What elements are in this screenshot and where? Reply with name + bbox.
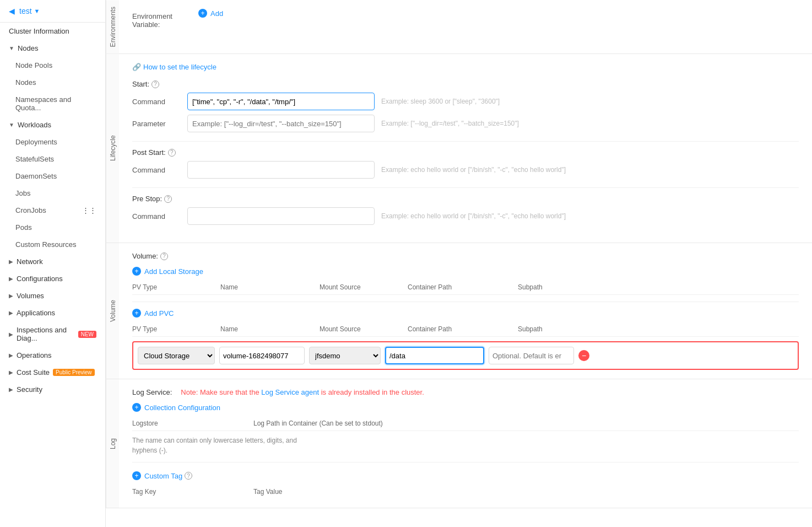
add-environment-button[interactable]: + Add bbox=[198, 9, 799, 18]
log-note-prefix: Note: Make sure that the bbox=[181, 388, 261, 396]
pv-type-select[interactable]: Cloud Storage NFS HostPath EmptyDir bbox=[138, 347, 215, 364]
pvc-name-input[interactable] bbox=[219, 347, 305, 364]
mount-source-select[interactable]: jfsdemo bbox=[309, 347, 381, 364]
main-area: Environments Environment Variable: + Add bbox=[106, 0, 812, 527]
custom-tag-button[interactable]: + Custom Tag bbox=[132, 471, 182, 480]
tag-col-key: Tag Key bbox=[132, 488, 253, 496]
subpath-input[interactable] bbox=[489, 347, 574, 364]
sidebar-item-label: Operations bbox=[17, 351, 52, 359]
pre-stop-command-row: Command Example: echo hello world or ["/… bbox=[132, 207, 799, 225]
sidebar-item-statefulsets[interactable]: StatefulSets bbox=[0, 150, 105, 168]
sidebar-item-daemonsets[interactable]: DaemonSets bbox=[0, 168, 105, 185]
sidebar-item-cronjobs[interactable]: CronJobs ⋮⋮ bbox=[0, 202, 105, 219]
environment-content: + Add bbox=[198, 9, 799, 18]
lifecycle-section: Lifecycle 🔗 How to set the lifecycle Sta… bbox=[106, 54, 812, 243]
sidebar-item-label: Configurations bbox=[17, 275, 63, 283]
sidebar-item-node-pools[interactable]: Node Pools bbox=[0, 57, 105, 74]
start-command-hint: Example: sleep 3600 or ["sleep", "3600"] bbox=[381, 98, 799, 105]
lifecycle-link[interactable]: 🔗 How to set the lifecycle bbox=[132, 63, 799, 71]
sidebar-item-applications-group[interactable]: ▶ Applications bbox=[0, 304, 105, 321]
collection-config-button[interactable]: + Collection Configuration bbox=[132, 403, 799, 412]
sidebar-item-cluster-information[interactable]: Cluster Information bbox=[0, 23, 105, 40]
sidebar-item-label: Cluster Information bbox=[9, 27, 69, 35]
sidebar: ◀ test ▼ Cluster Information ▼ Nodes Nod… bbox=[0, 0, 106, 527]
remove-pvc-button[interactable]: − bbox=[578, 350, 589, 361]
post-start-command-label: Command bbox=[132, 166, 187, 174]
sidebar-item-deployments[interactable]: Deployments bbox=[0, 133, 105, 150]
pvc-col-header-pv-type: PV Type bbox=[132, 325, 220, 333]
volume-label-row: Volume: ? bbox=[132, 252, 799, 260]
sidebar-item-label: Workloads bbox=[18, 121, 51, 129]
log-body: Log Service: Note: Make sure that the Lo… bbox=[119, 379, 812, 508]
log-section: Log Log Service: Note: Make sure that th… bbox=[106, 379, 812, 508]
log-service-label-row: Log Service: Note: Make sure that the Lo… bbox=[132, 388, 799, 396]
log-service-link[interactable]: Log Service agent bbox=[261, 388, 319, 396]
chevron-right-icon: ▶ bbox=[9, 293, 13, 299]
sidebar-item-volumes-group[interactable]: ▶ Volumes bbox=[0, 287, 105, 304]
custom-tag-help-icon[interactable]: ? bbox=[185, 472, 192, 480]
post-start-command-hint: Example: echo hello world or ["/bin/sh",… bbox=[381, 166, 799, 174]
pre-stop-command-hint: Example: echo hello world or ["/bin/sh",… bbox=[381, 212, 799, 220]
plus-icon: + bbox=[132, 267, 141, 276]
col-header-mount-source: Mount Source bbox=[320, 283, 408, 291]
sidebar-item-network-group[interactable]: ▶ Network bbox=[0, 253, 105, 270]
container-path-input[interactable] bbox=[385, 347, 484, 364]
start-command-label: Command bbox=[132, 98, 187, 106]
volume-help-icon[interactable]: ? bbox=[160, 252, 168, 260]
sidebar-header: ◀ test ▼ bbox=[0, 0, 105, 23]
post-start-command-input[interactable] bbox=[187, 161, 375, 179]
project-caret[interactable]: ▼ bbox=[34, 8, 40, 14]
sidebar-item-operations-group[interactable]: ▶ Operations bbox=[0, 347, 105, 364]
pre-stop-help-icon[interactable]: ? bbox=[164, 195, 172, 203]
sidebar-item-label: Node Pools bbox=[15, 61, 52, 69]
chevron-right-icon: ▶ bbox=[9, 386, 13, 392]
lifecycle-body: 🔗 How to set the lifecycle Start: ? Comm… bbox=[119, 54, 812, 243]
content-area: Environments Environment Variable: + Add bbox=[106, 0, 812, 527]
post-start-help-icon[interactable]: ? bbox=[168, 149, 176, 157]
logstore-hint: The name can contain only lowercase lett… bbox=[132, 435, 799, 455]
sidebar-item-configurations-group[interactable]: ▶ Configurations bbox=[0, 270, 105, 287]
pre-stop-header: Pre Stop: ? bbox=[132, 195, 799, 203]
chevron-right-icon: ▶ bbox=[9, 331, 13, 337]
pre-stop-command-input[interactable] bbox=[187, 207, 375, 225]
chevron-right-icon: ▶ bbox=[9, 352, 13, 358]
add-pvc-button[interactable]: + Add PVC bbox=[132, 309, 799, 318]
col-header-container-path: Container Path bbox=[408, 283, 518, 291]
sidebar-item-label: Inspections and Diag... bbox=[17, 326, 75, 342]
plus-icon: + bbox=[132, 403, 141, 412]
sidebar-item-namespaces[interactable]: Namespaces and Quota... bbox=[0, 91, 105, 116]
sidebar-item-cost-suite-group[interactable]: ▶ Cost Suite Public Preview bbox=[0, 364, 105, 381]
preview-badge: Public Preview bbox=[53, 369, 95, 376]
sidebar-item-label: Applications bbox=[17, 309, 55, 317]
sidebar-item-label: Pods bbox=[15, 223, 32, 232]
start-command-row: Command Example: sleep 3600 or ["sleep",… bbox=[132, 93, 799, 110]
volume-section-label: Volume bbox=[106, 243, 119, 379]
sidebar-item-nodes-group[interactable]: ▼ Nodes bbox=[0, 40, 105, 57]
start-parameter-row: Parameter Example: ["--log_dir=/test", "… bbox=[132, 115, 799, 132]
sidebar-item-label: Custom Resources bbox=[15, 240, 77, 249]
log-col-logstore: Logstore bbox=[132, 420, 253, 427]
sidebar-item-label: Deployments bbox=[15, 138, 57, 146]
sidebar-item-pods[interactable]: Pods bbox=[0, 219, 105, 236]
sidebar-item-jobs[interactable]: Jobs bbox=[0, 185, 105, 202]
start-help-icon[interactable]: ? bbox=[151, 80, 159, 88]
sidebar-item-inspections-group[interactable]: ▶ Inspections and Diag... NEW bbox=[0, 321, 105, 347]
sidebar-item-custom-resources[interactable]: Custom Resources bbox=[0, 236, 105, 253]
project-name[interactable]: test bbox=[19, 7, 32, 15]
back-button[interactable]: ◀ bbox=[9, 7, 15, 15]
sidebar-item-label: Security bbox=[17, 385, 42, 394]
start-parameter-input[interactable] bbox=[187, 115, 375, 132]
chevron-right-icon: ▶ bbox=[9, 369, 13, 375]
start-parameter-label: Parameter bbox=[132, 120, 187, 128]
add-local-storage-button[interactable]: + Add Local Storage bbox=[132, 267, 799, 276]
sidebar-item-workloads-group[interactable]: ▼ Workloads bbox=[0, 116, 105, 133]
environment-row: Environment Variable: + Add bbox=[132, 9, 799, 29]
volume-label: Volume: bbox=[132, 252, 158, 260]
start-command-input[interactable] bbox=[187, 93, 375, 110]
col-header-name: Name bbox=[220, 283, 320, 291]
sidebar-item-nodes[interactable]: Nodes bbox=[0, 74, 105, 91]
pvc-col-header-mount-source: Mount Source bbox=[320, 325, 408, 333]
sidebar-item-security-group[interactable]: ▶ Security bbox=[0, 381, 105, 398]
sidebar-item-label: CronJobs bbox=[15, 206, 46, 214]
sidebar-item-label: Nodes bbox=[18, 44, 39, 52]
